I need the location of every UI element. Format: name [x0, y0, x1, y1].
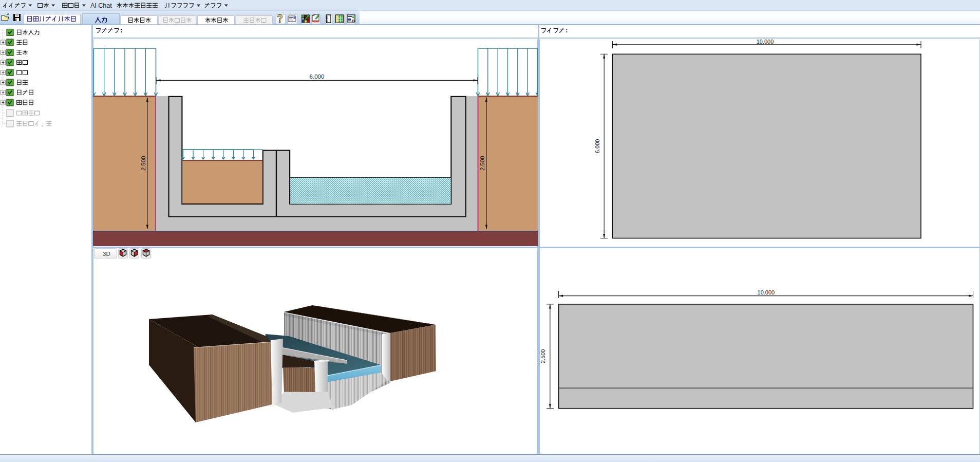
- svg-text:AI Chat: AI Chat: [90, 2, 112, 9]
- svg-text:6.000: 6.000: [310, 73, 325, 80]
- svg-text:2.500: 2.500: [540, 349, 546, 364]
- svg-text:6.000: 6.000: [594, 139, 600, 154]
- svg-text:2.500: 2.500: [479, 156, 485, 171]
- svg-text:3D: 3D: [103, 251, 110, 257]
- svg-text:2.500: 2.500: [140, 156, 146, 171]
- svg-text:10.000: 10.000: [757, 40, 774, 45]
- svg-text:10.000: 10.000: [758, 289, 775, 295]
